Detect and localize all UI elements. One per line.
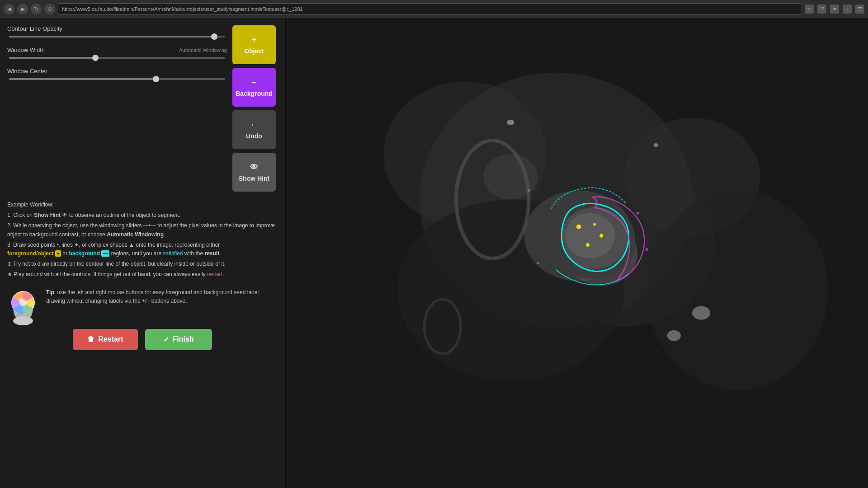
window-width-group: Window Width Automatic Windowing [7,47,227,59]
contour-opacity-group: Contour Line Opacity [7,25,227,38]
show-hint-label: Show Hint [239,175,269,182]
svg-point-32 [528,189,530,192]
workflow-note2: ★ Play around with all the controls. If … [7,270,278,279]
finish-icon: ✓ [163,335,169,344]
svg-point-34 [646,248,648,251]
object-label: Object [244,47,264,55]
forward-button[interactable]: ▶ [17,4,28,14]
contour-opacity-label: Contour Line Opacity [7,25,227,32]
undo-button[interactable]: ← Undo [232,110,276,149]
download-icon[interactable]: ↓ [843,5,852,14]
window-center-thumb[interactable] [153,76,159,82]
color-wheel-icon [7,288,39,320]
refresh-button[interactable]: ↻ [31,4,42,14]
star-icon[interactable]: ★ [830,5,839,14]
sliders-area: Contour Line Opacity Window Width Automa… [7,25,227,192]
window-width-fill [9,57,95,59]
menu-icon[interactable]: ☰ [855,5,864,14]
svg-point-22 [667,330,681,341]
svg-point-20 [654,143,658,147]
background-minus-icon: − [252,78,257,87]
contour-opacity-fill [9,36,214,38]
object-plus-icon: + [252,35,257,45]
background-label: Background [236,90,273,97]
browser-chrome: ◀ ▶ ↻ ⊙ https://www5.cs.fau.de/fileadmin… [0,0,868,18]
svg-point-33 [637,212,639,215]
eye-icon: 👁 [250,163,258,172]
extensions-icon[interactable]: ✏ [805,5,814,14]
workflow-note1: ⊘ Try not to draw directly on the contou… [7,260,278,268]
svg-point-21 [692,306,710,319]
tip-text: Tip: use the left and right mouse button… [46,288,278,305]
undo-label: Undo [246,132,262,140]
url-text: https://www5.cs.fau.de/fileadmin/Persons… [62,6,303,12]
shield-icon[interactable]: 🛡 [817,5,826,14]
contour-opacity-thumb[interactable] [211,33,217,40]
window-width-label: Window Width Automatic Windowing [7,47,227,53]
undo-arrow-icon: ← [250,120,258,130]
browser-toolbar: ✏ 🛡 ★ ↓ ☰ [805,5,864,14]
svg-point-11 [647,190,829,390]
back-button[interactable]: ◀ [4,4,14,14]
svg-point-35 [537,262,539,264]
workflow-step2: 2. While observing the object, use the w… [7,221,278,239]
window-width-track [9,57,225,59]
show-hint-button[interactable]: 👁 Show Hint [232,153,276,192]
svg-point-29 [599,234,603,238]
workflow-step1: 1. Click on Show Hint 👁 to observe an ou… [7,211,278,220]
left-panel: Contour Line Opacity Window Width Automa… [0,18,285,488]
svg-point-31 [593,223,596,226]
restart-icon: 🗑 [87,335,94,343]
medical-image-panel[interactable] [285,18,868,488]
svg-point-19 [507,120,514,125]
home-button[interactable]: ⊙ [44,4,55,14]
contour-opacity-track [9,36,225,38]
background-button[interactable]: − Background [232,68,276,107]
main-content: Contour Line Opacity Window Width Automa… [0,18,868,488]
finish-label: Finish [173,335,194,343]
workflow-title: Example Workflow: [7,201,278,209]
tip-section: Tip: use the left and right mouse button… [7,288,278,320]
svg-point-27 [565,213,615,258]
window-width-thumb[interactable] [92,55,99,61]
medical-image-canvas[interactable] [285,18,868,488]
finish-button[interactable]: ✓ Finish [145,329,212,350]
bottom-buttons: 🗑 Restart ✓ Finish [7,329,278,350]
workflow-step3: 3. Draw seed points •, lines ✦, or compl… [7,241,278,258]
svg-rect-36 [285,18,286,488]
window-center-track [9,78,225,80]
controls-section: Contour Line Opacity Window Width Automa… [7,25,278,192]
svg-point-30 [586,243,590,247]
window-center-fill [9,78,156,80]
restart-label: Restart [98,335,123,343]
action-buttons: + Object − Background ← Undo 👁 Show Hint [232,25,278,192]
object-button[interactable]: + Object [232,25,276,64]
window-center-group: Window Center [7,68,227,80]
svg-point-28 [576,225,581,229]
workflow-section: Example Workflow: 1. Click on Show Hint … [7,201,278,281]
url-bar[interactable]: https://www5.cs.fau.de/fileadmin/Persons… [58,3,802,15]
window-center-label: Window Center [7,68,227,75]
restart-button[interactable]: 🗑 Restart [73,329,137,350]
